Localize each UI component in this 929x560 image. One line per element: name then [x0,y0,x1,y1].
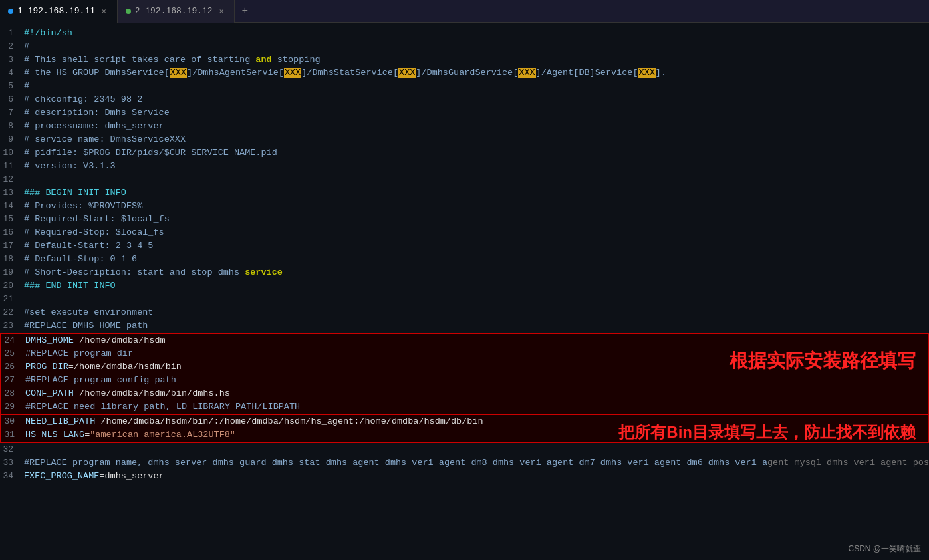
code-line-31: 31 HS_NLS_LANG="american_america.AL32UTF… [0,428,929,443]
tab-bar: 1 192.168.19.11 ✕ 2 192.168.19.12 ✕ + [0,0,929,23]
code-line-2: 2 # [0,40,929,53]
code-line-11: 11 # version: V3.1.3 [0,160,929,173]
code-line-29: 29 #REPLACE_need_library_path,_LD_LIBRAR… [0,400,929,414]
code-line-26: 26 PROG_DIR=/home/dmdba/hsdm/bin [0,360,929,374]
tab-1[interactable]: 1 192.168.19.11 ✕ [0,0,118,23]
code-line-23: 23 #REPLACE_DMHS_HOME_path [0,319,929,333]
code-line-34: 34 EXEC_PROG_NAME=dmhs_server [0,470,929,483]
tab-2-label: 2 192.168.19.12 [135,6,213,16]
code-line-14: 14 # Provides: %PROVIDES% [0,200,929,213]
code-line-8: 8 # processname: dmhs_server [0,120,929,133]
watermark: CSDN @一笑嘴就歪 [848,543,921,555]
code-line-13: 13 ### BEGIN INIT INFO [0,186,929,200]
tab-1-label: 1 192.168.19.11 [17,6,95,16]
tab-add-button[interactable]: + [235,0,255,23]
code-line-16: 16 # Required-Stop: $local_fs [0,226,929,239]
tab-2-close[interactable]: ✕ [217,5,227,17]
code-line-17: 17 # Default-Start: 2 3 4 5 [0,239,929,253]
tab-1-dot [8,9,13,14]
tab-2-dot [126,9,131,14]
code-line-1: 1 #!/bin/sh [0,27,929,40]
code-line-24: 24 DMHS_HOME=/home/dmdba/hsdm [0,333,929,347]
code-line-30: 30 NEED_LIB_PATH=/home/dmdba/hsdm/bin/:/… [0,414,929,428]
code-line-6: 6 # chkconfig: 2345 98 2 [0,93,929,106]
code-line-18: 18 # Default-Stop: 0 1 6 [0,253,929,266]
code-line-28: 28 CONF_PATH=/home/dmdba/hsdm/bin/dmhs.h… [0,387,929,400]
code-editor[interactable]: 1 #!/bin/sh 2 # 3 # This shell script ta… [0,23,929,560]
main-content: 1 #!/bin/sh 2 # 3 # This shell script ta… [0,23,929,560]
code-line-15: 15 # Required-Start: $local_fs [0,213,929,226]
code-line-21: 21 [0,293,929,306]
code-line-22: 22 #set execute environment [0,306,929,319]
code-line-33: 33 #REPLACE program name, dmhs_server dm… [0,456,929,470]
code-line-3: 3 # This shell script takes care of star… [0,53,929,67]
code-line-32: 32 [0,443,929,456]
tab-2[interactable]: 2 192.168.19.12 ✕ [118,0,235,23]
code-line-20: 20 ### END INIT INFO [0,279,929,293]
code-line-27: 27 #REPLACE program config path [0,374,929,387]
code-line-19: 19 # Short-Description: start and stop d… [0,266,929,279]
code-line-25: 25 #REPLACE program dir [0,347,929,360]
code-line-4: 4 # the HS GROUP DmhsService[XXX]/DmhsAg… [0,67,929,80]
code-line-5: 5 # [0,80,929,93]
code-line-12: 12 [0,173,929,186]
code-line-10: 10 # pidfile: $PROG_DIR/pids/$CUR_SERVIC… [0,146,929,160]
code-line-7: 7 # description: Dmhs Service [0,106,929,120]
code-line-9: 9 # service name: DmhsServiceXXX [0,133,929,146]
tab-1-close[interactable]: ✕ [99,5,109,17]
